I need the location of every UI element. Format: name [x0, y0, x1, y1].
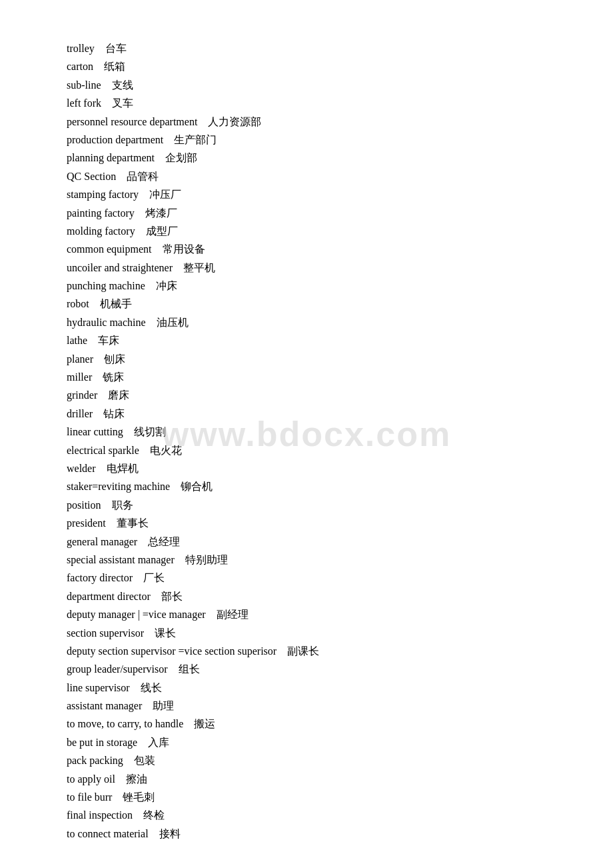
zh-term: 生产部门: [174, 134, 217, 145]
zh-term: 特别助理: [185, 554, 228, 565]
vocab-item: final inspection终检: [67, 807, 560, 824]
vocab-item: line supervisor线长: [67, 679, 560, 697]
en-term: president: [67, 517, 106, 529]
vocab-item: planer刨床: [67, 351, 560, 368]
en-term: common equipment: [67, 243, 152, 255]
vocab-item: left fork叉车: [67, 95, 560, 112]
zh-term: 铆合机: [181, 481, 213, 492]
zh-term: 终检: [143, 809, 165, 821]
en-term: staker=reviting machine: [67, 481, 170, 492]
zh-term: 厂长: [143, 572, 165, 583]
en-term: molding factory: [67, 225, 135, 237]
zh-term: 入库: [148, 737, 169, 748]
zh-term: 总经理: [148, 536, 180, 547]
en-term: punching machine: [67, 280, 145, 291]
zh-term: 锉毛刺: [123, 791, 155, 803]
vocab-item: pack packing包装: [67, 752, 560, 769]
vocab-item: robot机械手: [67, 295, 560, 313]
en-term: welder: [67, 463, 96, 474]
vocab-item: department director部长: [67, 588, 560, 605]
en-term: electrical sparkle: [67, 445, 139, 456]
en-term: uncoiler and straightener: [67, 262, 173, 273]
vocab-item: sub-line支线: [67, 77, 560, 94]
vocab-item: to move, to carry, to handle搬运: [67, 715, 560, 733]
vocab-item: lathe车床: [67, 332, 560, 349]
zh-term: 企划部: [165, 152, 197, 163]
zh-term: 组长: [179, 663, 200, 675]
en-term: position: [67, 499, 101, 511]
en-term: sub-line: [67, 79, 101, 91]
vocab-item: personnel resource department人力资源部: [67, 113, 560, 131]
vocab-item: uncoiler and straightener整平机: [67, 259, 560, 277]
vocab-item: deputy section supervisor =vice section …: [67, 643, 560, 660]
vocab-item: trolley台车: [67, 40, 560, 57]
vocab-item: section supervisor课长: [67, 625, 560, 642]
zh-term: 董事长: [117, 517, 149, 529]
vocab-item: planning department企划部: [67, 149, 560, 167]
zh-term: 线切割: [134, 426, 166, 437]
zh-term: 叉车: [112, 97, 133, 109]
vocab-item: to file burr锉毛刺: [67, 789, 560, 806]
en-term: trolley: [67, 43, 95, 54]
en-term: special assistant manager: [67, 554, 175, 565]
en-term: department director: [67, 591, 151, 602]
vocab-item: be put in storage入库: [67, 734, 560, 751]
vocab-item: electrical sparkle电火花: [67, 442, 560, 459]
zh-term: 车床: [98, 335, 119, 346]
en-term: general manager: [67, 536, 137, 547]
en-term: deputy section supervisor =vice section …: [67, 645, 277, 657]
vocab-item: painting factory烤漆厂: [67, 205, 560, 222]
vocab-item: president董事长: [67, 515, 560, 532]
zh-term: 品管科: [127, 171, 159, 182]
en-term: be put in storage: [67, 737, 137, 748]
zh-term: 整平机: [183, 262, 215, 273]
zh-term: 成型厂: [146, 225, 178, 237]
zh-term: 支线: [112, 79, 133, 91]
en-term: production department: [67, 134, 163, 145]
en-term: section supervisor: [67, 627, 144, 639]
vocab-item: staker=reviting machine铆合机: [67, 478, 560, 495]
en-term: robot: [67, 298, 89, 309]
vocab-item: carton纸箱: [67, 58, 560, 75]
zh-term: 副课长: [287, 645, 319, 657]
vocab-item: position职务: [67, 497, 560, 514]
vocab-item: punching machine冲床: [67, 277, 560, 295]
zh-term: 人力资源部: [208, 116, 261, 127]
vocab-item: group leader/supervisor组长: [67, 661, 560, 678]
en-term: miller: [67, 371, 92, 383]
zh-term: 刨床: [104, 353, 125, 365]
vocab-item: molding factory成型厂: [67, 223, 560, 240]
vocab-item: deputy manager | =vice manager副经理: [67, 606, 560, 623]
vocab-item: to apply oil擦油: [67, 771, 560, 788]
en-term: QC Section: [67, 171, 116, 182]
vocab-item: linear cutting线切割: [67, 423, 560, 441]
zh-term: 常用设备: [163, 243, 205, 255]
en-term: to connect material: [67, 828, 149, 839]
vocab-item: factory director厂长: [67, 569, 560, 587]
vocab-item: common equipment常用设备: [67, 241, 560, 258]
vocab-item: QC Section品管科: [67, 168, 560, 185]
en-term: personnel resource department: [67, 116, 197, 127]
en-term: planer: [67, 353, 93, 365]
zh-term: 电焊机: [107, 463, 139, 474]
zh-term: 磨床: [108, 389, 129, 401]
en-term: left fork: [67, 97, 101, 109]
en-term: pack packing: [67, 755, 123, 766]
zh-term: 电火花: [150, 445, 182, 456]
zh-term: 接料: [159, 828, 181, 839]
zh-term: 包装: [134, 755, 155, 766]
en-term: assistant manager: [67, 700, 142, 711]
zh-term: 线长: [141, 682, 162, 693]
vocab-item: production department生产部门: [67, 131, 560, 149]
vocab-item: driller钻床: [67, 405, 560, 423]
en-term: carton: [67, 61, 93, 72]
en-term: line supervisor: [67, 682, 130, 693]
zh-term: 擦油: [126, 773, 147, 785]
vocab-item: grinder磨床: [67, 387, 560, 404]
zh-term: 冲床: [156, 280, 177, 291]
en-term: stamping factory: [67, 189, 139, 200]
vocab-item: to connect material接料: [67, 825, 560, 843]
vocab-item: stamping factory冲压厂: [67, 186, 560, 203]
en-term: to apply oil: [67, 773, 115, 785]
en-term: driller: [67, 408, 93, 419]
